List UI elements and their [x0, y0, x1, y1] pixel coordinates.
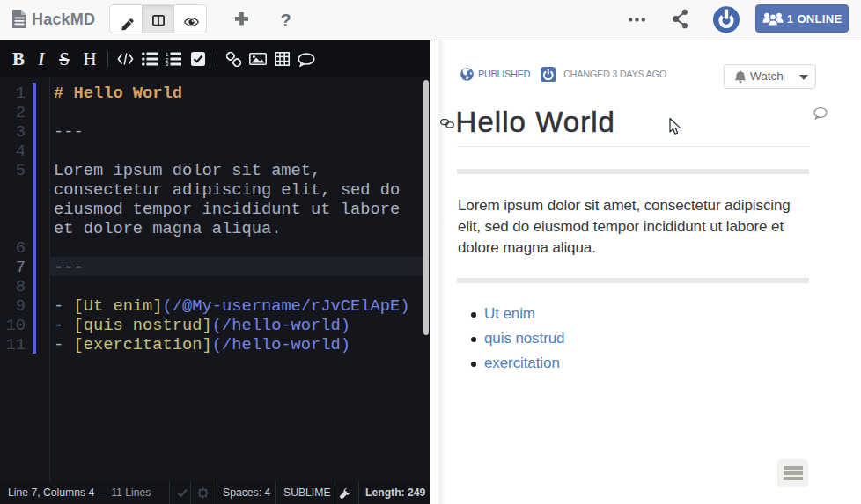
svg-text:3: 3 — [166, 62, 169, 66]
